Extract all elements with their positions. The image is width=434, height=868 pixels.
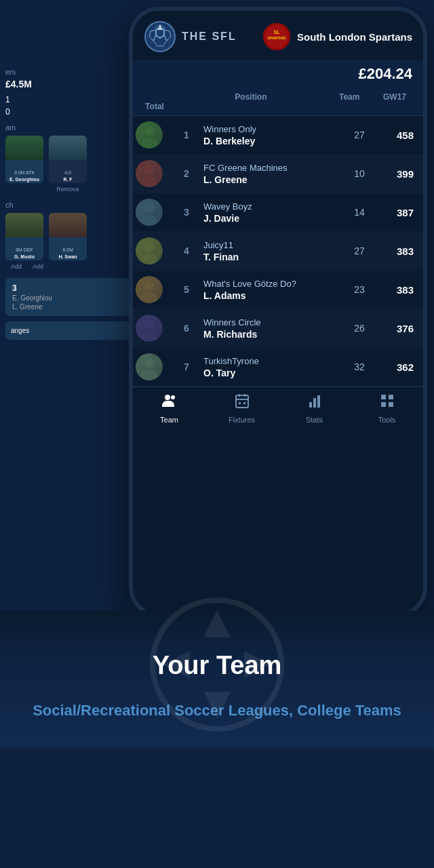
tools-nav-label: Tools [378, 416, 396, 424]
gw-score-cell: 10 [339, 168, 380, 179]
marketing-section: Your Team Social/Recreational Soccer Lea… [0, 610, 434, 749]
rank-cell: 6 [170, 323, 203, 334]
team-info: Winners Circle M. Richards [203, 317, 339, 340]
player-avatar [136, 160, 163, 187]
rank-cell: 5 [170, 284, 203, 295]
player-avatar [136, 199, 163, 226]
total-score-cell: 376 [380, 323, 420, 334]
total-score-cell: 458 [380, 130, 420, 141]
table-row[interactable]: 7 TurkishTyrone O. Tary 32 362 [133, 348, 423, 387]
svg-rect-39 [381, 395, 386, 399]
gw-score-cell: 26 [339, 323, 380, 334]
nav-item-fixtures[interactable]: Fixtures [205, 393, 278, 424]
svg-rect-38 [317, 395, 320, 408]
svg-rect-42 [389, 402, 393, 407]
search-player2-name: H. Swan [49, 254, 87, 259]
tools-nav-icon [379, 393, 395, 413]
main-phone: THE SFL SL SPARTANS South London Spartan… [129, 7, 427, 617]
team-name-cell: Juicy11 [203, 240, 339, 250]
rank-cell: 3 [170, 207, 203, 218]
total-score-cell: 383 [380, 245, 420, 257]
rank-cell: 7 [170, 361, 203, 372]
svg-rect-35 [243, 402, 245, 404]
table-row[interactable]: 6 Winners Circle M. Richards 26 376 [133, 309, 423, 348]
svg-marker-44 [203, 610, 231, 637]
app-header: THE SFL SL SPARTANS South London Spartan… [133, 11, 423, 60]
manager-name-cell: L. Greene [203, 174, 339, 185]
changes-count: 3 [12, 283, 123, 293]
svg-point-27 [141, 370, 157, 380]
svg-rect-36 [309, 402, 312, 408]
remove-button[interactable]: Remove [5, 186, 130, 193]
left-val1: 1 [5, 95, 10, 104]
fixtures-nav-label: Fixtures [229, 416, 255, 424]
left-balance-value: £4.5M [5, 79, 130, 90]
col-total: Total [141, 102, 168, 111]
total-score-cell: 362 [380, 361, 420, 373]
svg-point-18 [141, 254, 157, 264]
svg-marker-46 [163, 651, 190, 678]
team-name-cell: Winners Only [203, 124, 339, 134]
left-search-label: ch [5, 201, 130, 209]
svg-rect-30 [236, 395, 248, 408]
stats-nav-icon [307, 393, 323, 413]
manager-name-cell: O. Tary [203, 368, 339, 378]
rank-cell: 4 [170, 245, 203, 256]
rank-cell: 2 [170, 168, 203, 179]
svg-point-17 [144, 242, 154, 252]
manager-name-cell: J. Davie [203, 213, 339, 224]
svg-point-8 [144, 126, 154, 136]
team-name-cell: FC Greene Machines [203, 163, 339, 173]
left-team-label: am [5, 123, 130, 132]
col-team: Team [334, 92, 374, 102]
manager-name-cell: M. Richards [203, 329, 339, 340]
name1: E. Georghiou [12, 294, 123, 302]
table-row[interactable]: 5 What's Love Götze Do? L. Adams 23 383 [133, 271, 423, 309]
soccer-ball-icon [144, 20, 176, 53]
nav-item-tools[interactable]: Tools [351, 393, 423, 424]
svg-point-24 [141, 331, 157, 342]
balance-bar: £204.24 [133, 60, 423, 88]
table-row[interactable]: 2 FC Greene Machines L. Greene 10 399 [133, 155, 423, 193]
col-gw: GW17 [374, 92, 415, 102]
add-btn-1[interactable]: Add [11, 263, 22, 270]
total-score-cell: 383 [380, 284, 420, 296]
svg-point-9 [141, 138, 157, 149]
player-avatar [136, 353, 163, 380]
table-row[interactable]: 1 Winners Only D. Berkeley 27 458 [133, 116, 423, 155]
player-card-mini-1: E. Georghiou 9.0M ATK [5, 136, 43, 183]
table-row[interactable]: 3 Wavey Boyz J. Davie 14 387 [133, 193, 423, 232]
svg-point-11 [144, 165, 154, 174]
team-name-header: South London Spartans [297, 31, 412, 43]
changes-button[interactable]: anges [5, 321, 130, 340]
svg-point-26 [144, 358, 154, 368]
league-table: 1 Winners Only D. Berkeley 27 458 2 FC G… [133, 116, 423, 387]
svg-point-28 [165, 395, 170, 400]
team-info: TurkishTyrone O. Tary [203, 356, 339, 378]
svg-rect-40 [389, 395, 393, 399]
svg-rect-41 [381, 402, 386, 407]
left-val2: 0 [5, 107, 10, 117]
col-position: Position [168, 92, 334, 102]
table-header: Position Team GW17 Total [133, 88, 423, 116]
manager-name-cell: T. Finan [203, 252, 339, 262]
search-player1-name: G. Musto [5, 254, 43, 259]
svg-point-23 [144, 319, 154, 329]
svg-point-21 [141, 292, 157, 303]
search-card-1: G. Musto 8M DEF [5, 213, 43, 260]
gw-score-cell: 27 [339, 245, 380, 256]
svg-marker-45 [203, 692, 231, 719]
svg-point-12 [141, 176, 157, 187]
total-score-cell: 399 [380, 168, 420, 180]
nav-item-stats[interactable]: Stats [278, 393, 351, 424]
nav-item-team[interactable]: Team [133, 393, 205, 424]
team-info: What's Love Götze Do? L. Adams [203, 279, 339, 301]
add-btn-2[interactable]: Add [33, 263, 43, 270]
table-row[interactable]: 4 Juicy11 T. Finan 27 383 [133, 232, 423, 271]
player1-mini-val: 9.0M ATK [5, 170, 43, 175]
team-name-cell: Winners Circle [203, 317, 339, 328]
player-card-mini-2: R. F 4.0 [49, 136, 87, 183]
gw-score-cell: 14 [339, 207, 380, 218]
gw-score-cell: 27 [339, 130, 380, 140]
name2: L. Greene [12, 303, 123, 311]
